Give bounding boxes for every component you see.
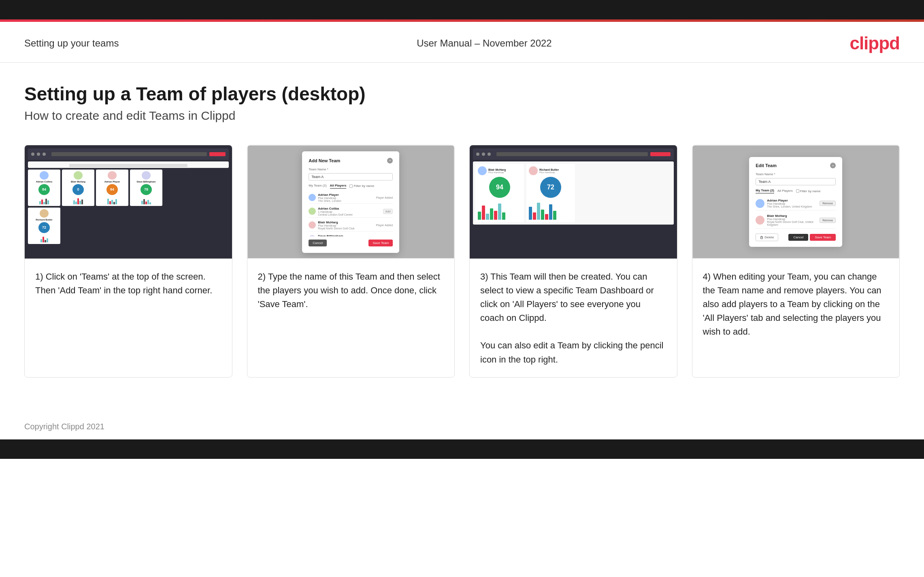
card-2-text: 2) Type the name of this Team and then s… xyxy=(247,259,455,377)
player-avatar-2-4 xyxy=(309,235,316,236)
sc3-p2-info: Richard Butler Plus Handicap xyxy=(539,168,559,174)
sc1-player-3: Adrian Player 94 xyxy=(96,170,128,206)
player-avatar-2-3 xyxy=(309,221,316,229)
card-4-screenshot: Edit Team × Team Name * My Team (2) All … xyxy=(692,145,900,259)
player-info-4-1: Adrian Player Plus Handicap The Shire, L… xyxy=(767,199,817,208)
sc3-score-1: 94 xyxy=(489,177,510,198)
player-row-4-2: Blair McHarg Plus Handicap Royal North D… xyxy=(756,212,836,229)
card-2-screenshot: Add New Team × Team Name * My Team (2) A… xyxy=(247,145,455,259)
bottom-bar xyxy=(0,439,924,459)
filter-checkbox-4[interactable] xyxy=(796,189,799,193)
header-section-label: Setting up your teams xyxy=(24,38,119,49)
filter-checkbox[interactable] xyxy=(349,185,353,188)
modal-tabs-2: My Team (2) All Players Filter by name xyxy=(309,184,393,189)
sc1-dot-2 xyxy=(37,153,40,156)
modal-header-4: Edit Team × xyxy=(756,163,836,168)
sc3-bars-2 xyxy=(529,199,573,220)
tab-allplayers-2[interactable]: All Players xyxy=(330,184,347,189)
sc1-player-5: Richard Butler 72 xyxy=(28,208,60,244)
sc3-score-container-2: 72 xyxy=(529,177,573,198)
delete-button-4[interactable]: Delete xyxy=(756,233,778,241)
sc1-bars-1 xyxy=(39,197,49,204)
player-action-2-3: Player Added xyxy=(376,224,393,227)
modal-overlay-4: Edit Team × Team Name * My Team (2) All … xyxy=(693,146,899,258)
sc1-score-3: 94 xyxy=(106,184,118,195)
sc3-score-container-1: 94 xyxy=(478,177,522,198)
player-list-2: Adrian Player Plus Handicap The Shire, L… xyxy=(309,192,393,236)
sc3-player-2: Richard Butler Plus Handicap xyxy=(529,166,573,175)
remove-button-4-2[interactable]: Remove xyxy=(820,218,836,223)
sc1-dot-3 xyxy=(43,153,46,156)
sc3-p1-info: Blair McHarg Plus Handicap xyxy=(488,168,506,174)
page-subtitle: How to create and edit Teams in Clippd xyxy=(24,109,900,123)
modal-header-2: Add New Team × xyxy=(309,158,393,163)
sc3-dot-1 xyxy=(476,153,479,156)
sc1-avatar-3 xyxy=(108,171,117,180)
team-name-label-4: Team Name * xyxy=(756,172,836,176)
modal-close-4[interactable]: × xyxy=(830,163,836,168)
sc1-bars-4 xyxy=(141,197,151,204)
sc3-dot-2 xyxy=(482,153,485,156)
sc1-addteam-btn xyxy=(209,152,226,156)
remove-button-4-1[interactable]: Remove xyxy=(820,201,836,206)
sc3-score-2: 72 xyxy=(540,177,561,198)
card-1: Adrian Collins 84 Blair Mcila xyxy=(24,145,232,378)
sc1-score-2: 0 xyxy=(72,184,84,195)
player-row-2-3: Blair McHarg Plus Handicap Royal North D… xyxy=(309,219,393,231)
player-info-2-3: Blair McHarg Plus Handicap Royal North D… xyxy=(318,221,374,230)
sc1-avatar-1 xyxy=(40,171,49,180)
sc3-edit-btn xyxy=(650,152,671,156)
team-name-input-4[interactable] xyxy=(756,178,836,185)
sc1-subtitle xyxy=(69,164,188,167)
sc1-avatar-2 xyxy=(74,171,83,180)
sc3-right: Richard Butler Plus Handicap 72 xyxy=(526,164,575,222)
save-team-button-4[interactable]: Save Team xyxy=(810,234,836,241)
card-1-screenshot: Adrian Collins 84 Blair Mcila xyxy=(25,145,232,259)
sc1-avatar-5 xyxy=(40,209,49,218)
sc3-content: Blair McHarg Plus Handicap 94 xyxy=(473,161,674,225)
card-3: Blair McHarg Plus Handicap 94 xyxy=(469,145,677,378)
sc3-nav xyxy=(496,152,648,156)
sc1-bars-3 xyxy=(107,197,117,204)
card-2: Add New Team × Team Name * My Team (2) A… xyxy=(247,145,455,378)
player-row-2-1: Adrian Player Plus Handicap The Shire, L… xyxy=(309,192,393,204)
player-list-4: Adrian Player Plus Handicap The Shire, L… xyxy=(756,197,836,229)
filter-label-2: Filter by name xyxy=(349,184,374,188)
sc1-bars-5 xyxy=(40,235,48,242)
sc1-score-5: 72 xyxy=(38,222,50,233)
player-avatar-2-1 xyxy=(309,194,316,201)
card-4: Edit Team × Team Name * My Team (2) All … xyxy=(692,145,900,378)
player-avatar-4-2 xyxy=(756,216,764,225)
sc1-dot-1 xyxy=(31,153,34,156)
trash-icon xyxy=(760,236,763,239)
sc1-topbar xyxy=(28,148,229,160)
sc1-bars-2 xyxy=(73,197,83,204)
player-action-2-1: Player Added xyxy=(376,196,393,199)
modal-close-2[interactable]: × xyxy=(387,158,393,163)
player-info-2-1: Adrian Player Plus Handicap The Shire, L… xyxy=(318,193,374,202)
tab-myteam-2[interactable]: My Team (2) xyxy=(309,184,326,188)
sc1-avatar-4 xyxy=(142,171,151,180)
player-info-2-2: Adrian Coliba 1 Handicap Central London … xyxy=(318,207,381,216)
tab-allplayers-4[interactable]: All Players xyxy=(777,189,793,193)
add-new-team-modal: Add New Team × Team Name * My Team (2) A… xyxy=(302,151,399,253)
edit-team-modal: Edit Team × Team Name * My Team (2) All … xyxy=(749,157,842,247)
cancel-button-2[interactable]: Cancel xyxy=(309,240,327,246)
team-name-input-2[interactable] xyxy=(309,173,393,180)
sc3-topbar xyxy=(473,148,674,160)
sc3-dot-3 xyxy=(488,153,491,156)
sc3-bars-1 xyxy=(478,199,522,220)
footer: Copyright Clippd 2021 xyxy=(0,414,924,439)
cancel-button-4[interactable]: Cancel xyxy=(788,234,808,241)
sc1-breadcrumb xyxy=(28,161,229,168)
modal-footer-4: Delete Cancel Save Team xyxy=(756,233,836,241)
modal-footer-2: Cancel Save Team xyxy=(309,240,393,246)
save-team-button-2[interactable]: Save Team xyxy=(368,240,393,246)
player-row-2-4: Dave Billingham 5.5 Handicap The Dog Mag… xyxy=(309,233,393,236)
tab-myteam-4[interactable]: My Team (2) xyxy=(756,189,774,193)
logo: clippd xyxy=(849,33,900,53)
player-avatar-4-1 xyxy=(756,199,764,208)
player-action-2-2[interactable]: Add xyxy=(383,209,393,214)
top-bar xyxy=(0,0,924,19)
player-info-4-2: Blair McHarg Plus Handicap Royal North D… xyxy=(767,214,817,226)
